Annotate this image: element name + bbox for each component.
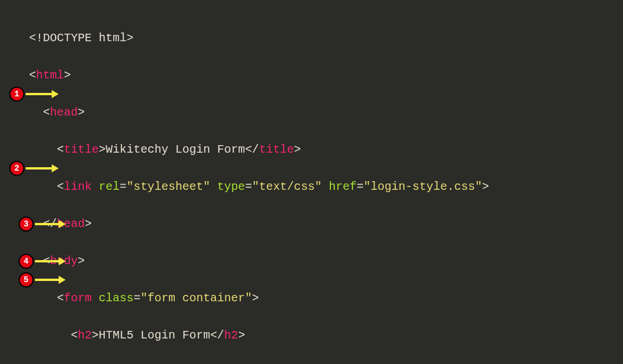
callout-badge: 5 xyxy=(19,272,34,287)
arrow-right-icon xyxy=(52,90,59,98)
callout-badge: 4 xyxy=(19,254,34,269)
code-line: </head> xyxy=(29,215,623,233)
code-block: <!DOCTYPE html> <html> <head> <title>Wik… xyxy=(0,0,623,364)
callout-5: 5 xyxy=(19,271,66,289)
code-line: <h2>HTML5 Login Form</h2> xyxy=(29,326,623,345)
code-line: <link rel="stylesheet" type="text/css" h… xyxy=(29,178,623,196)
arrow-right-icon xyxy=(59,257,66,265)
code-line: <title>Wikitechy Login Form</title> xyxy=(29,140,623,159)
code-line: <head> xyxy=(29,103,623,122)
arrow-line xyxy=(26,93,52,95)
doctype: <!DOCTYPE html> xyxy=(29,31,134,45)
callout-3: 3 xyxy=(19,215,66,233)
arrow-right-icon xyxy=(52,164,59,172)
code-line: <html> xyxy=(29,66,623,85)
callout-2: 2 xyxy=(9,159,59,178)
callout-1: 1 xyxy=(9,85,59,103)
arrow-right-icon xyxy=(59,276,66,284)
callout-4: 4 xyxy=(19,252,66,271)
code-line: <form class="form container"> xyxy=(29,289,623,308)
callout-badge: 3 xyxy=(19,217,34,232)
arrow-line xyxy=(35,223,59,225)
callout-badge: 1 xyxy=(9,87,24,102)
code-line: <!DOCTYPE html> xyxy=(29,29,623,48)
arrow-line xyxy=(26,167,52,170)
code-line: <body> xyxy=(29,252,623,271)
arrow-line xyxy=(35,260,59,262)
arrow-right-icon xyxy=(59,220,66,228)
callout-badge: 2 xyxy=(9,161,24,176)
arrow-line xyxy=(35,279,59,281)
